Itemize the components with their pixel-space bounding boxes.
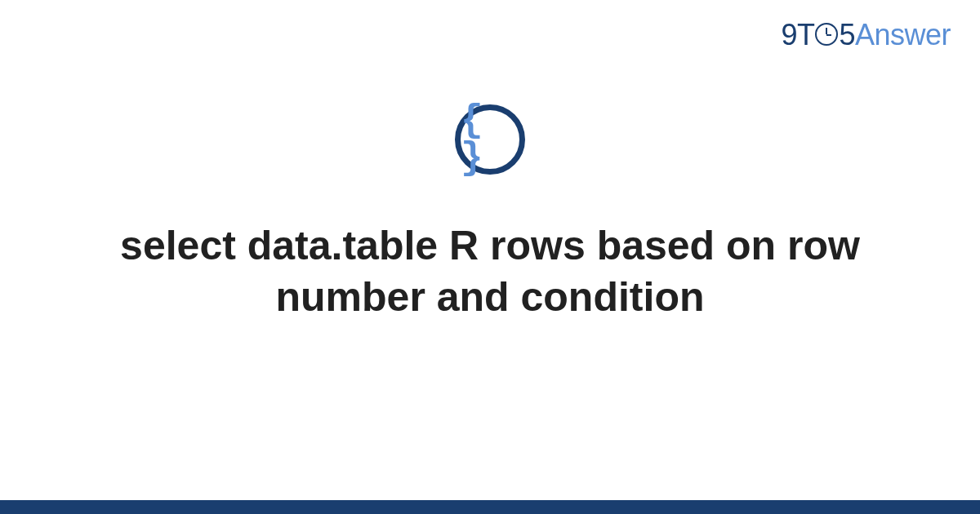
main-content: { } select data.table R rows based on ro… — [0, 0, 980, 514]
braces-glyph: { } — [461, 102, 519, 177]
footer-accent-bar — [0, 500, 980, 514]
code-braces-icon: { } — [455, 104, 525, 175]
page-title: select data.table R rows based on row nu… — [82, 220, 898, 322]
